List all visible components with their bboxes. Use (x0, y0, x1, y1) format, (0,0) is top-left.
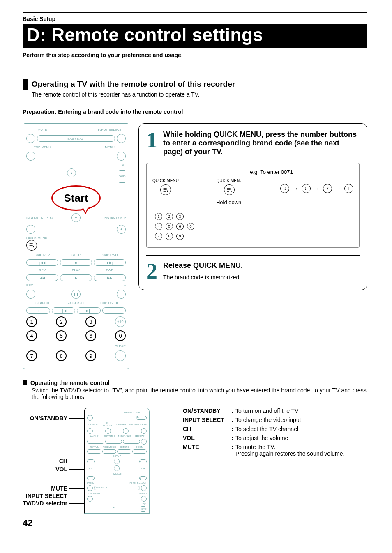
dvd-slot-icon (119, 182, 125, 183)
title-bar: D: Remote control settings (23, 24, 367, 48)
orc-desc: Switch the TV/DVD selector to "TV", and … (32, 387, 367, 400)
number-pad-small: 123 4560 789 (155, 213, 353, 240)
lbl-selector: TV/DVD selector (23, 500, 67, 507)
seq-1: 1 (344, 184, 353, 193)
play-label: PLAY (60, 268, 92, 272)
num-4-button: 4 (26, 330, 37, 341)
preparation-heading: Preparation: Entering a brand code into … (23, 108, 367, 115)
num-1-button: 1 (26, 316, 37, 327)
star-icon: ★ (117, 225, 126, 234)
up-arrow-icon: ▲ (67, 168, 76, 177)
clear-button (115, 350, 126, 361)
def-body-standby: To turn on and off the TV (235, 408, 367, 414)
seq-0b: 0 (302, 184, 311, 193)
remote-mute-label: MUTE (26, 128, 58, 131)
def-term-ch: CH (183, 426, 231, 432)
num-3-button: 3 (85, 316, 96, 327)
lbl-vol: VOL (55, 466, 67, 472)
rev-button: ◀◀ (26, 274, 58, 281)
num-2-button: 2 (56, 316, 67, 327)
num-7-button: 7 (26, 350, 37, 361)
lbl-mute: MUTE (51, 485, 67, 492)
standby-icon (87, 415, 93, 421)
skip-rev-button: |◀◀ (26, 259, 58, 266)
quick-menu-caption-2: QUICK MENU (216, 178, 242, 183)
play-button: ▶ (60, 274, 92, 281)
mini-remote-diagram: OPEN/CLOSE ⦿ DISPLAYPL SELECTDIMMERPROGR… (84, 408, 150, 514)
dvd-label: DVD (119, 175, 126, 178)
skip-rev-label: SKIP REV (26, 253, 58, 257)
operating-desc: The remote control of this recorder has … (32, 91, 367, 98)
steps-box: 1 While holding QUICK MENU, press the nu… (138, 123, 367, 290)
num-8-button: 8 (56, 350, 67, 361)
hold-down-text: Hold down. (216, 199, 243, 205)
instant-replay-label: INSTANT REPLAY (26, 216, 70, 220)
quick-menu-caption-1: QUICK MENU (152, 178, 179, 183)
def-term-vol: VOL (183, 435, 231, 441)
num-5-button: 5 (56, 330, 67, 341)
adjust-rev-button: ❚◀ (52, 307, 76, 314)
open-close-icon: ⦿ (136, 416, 147, 420)
section-label: Basic Setup (23, 16, 367, 22)
arrow-icon: → (335, 185, 341, 192)
quick-menu-icon-2 (224, 184, 235, 195)
heading-bar (23, 79, 28, 90)
step-1-number: 1 (146, 130, 157, 156)
remote-input-select-label: INPUT SELECT (94, 128, 126, 131)
search-t-button: T (26, 307, 50, 314)
eg-label: e.g. To enter 0071 (189, 169, 353, 175)
input-select-button-icon (117, 134, 126, 143)
orc-heading: Operating the remote control (30, 380, 110, 386)
def-body-ch: To select the TV channel (235, 426, 367, 432)
fwd-label: FWD (94, 268, 126, 272)
easy-navi-button: EASY NAVI (37, 135, 115, 142)
quick-menu-icon (26, 240, 37, 251)
arrow-icon: → (314, 185, 320, 192)
num-0-button: 0 (115, 330, 126, 341)
num-9-button: 9 (85, 350, 96, 361)
open-button-icon (117, 290, 126, 299)
menu-button-icon (117, 152, 126, 161)
seq-0a: 0 (280, 184, 289, 193)
stop-button: ■ (60, 259, 92, 266)
step-2-title: Release QUICK MENU. (163, 261, 360, 270)
setup-icon (114, 459, 120, 464)
adjust-fwd-button: ▶❚ (77, 307, 101, 314)
step-1-title: While holding QUICK MENU, press the numb… (163, 130, 360, 156)
def-body-vol: To adjust the volume (235, 435, 367, 441)
rec-button-icon (26, 290, 35, 299)
skip-fwd-button: ▶▶| (94, 259, 126, 266)
def-term-input: INPUT SELECT (183, 417, 231, 423)
num-plus10-button: +10 (115, 316, 126, 327)
tv-slot-icon (119, 170, 125, 171)
start-text: Start (64, 192, 88, 205)
tv-label: TV (120, 163, 124, 167)
def-body-mute-1: To mute the TV. (235, 444, 367, 450)
stop-label: STOP (60, 253, 92, 257)
step-1-example-box: e.g. To enter 0071 QUICK MENU QUICK MENU (146, 163, 360, 248)
remote-top-menu-label: TOP MENU (26, 145, 58, 149)
def-term-mute: MUTE (183, 444, 231, 457)
remote-menu-label: MENU (94, 145, 126, 149)
seq-7: 7 (323, 184, 332, 193)
lbl-ch: CH (59, 458, 67, 464)
square-bullet-icon (23, 380, 27, 385)
def-body-mute-2: Pressing again restores the sound volume… (235, 450, 367, 457)
mute-button-icon (26, 134, 35, 143)
instant-replay-button-icon (26, 225, 35, 234)
fwd-button: ▶▶ (94, 274, 126, 281)
chp-divide-label: CHP DIVIDE (94, 301, 126, 305)
step-2-number: 2 (146, 261, 157, 281)
page-title: D: Remote control settings (27, 25, 363, 45)
top-menu-button-icon (26, 152, 35, 161)
clear-label: CLEAR (77, 344, 126, 348)
lbl-on-standby: ON/STANDBY (30, 415, 67, 422)
timeslip-icon (114, 465, 120, 471)
def-term-standby: ON/STANDBY (183, 408, 231, 414)
start-callout: Start (51, 185, 101, 211)
subtitle: Perform this step according to your pref… (23, 52, 367, 58)
search-label: SEARCH (26, 301, 58, 305)
quick-menu-label: QUICK MENU (26, 236, 47, 240)
quick-menu-icon-1 (160, 184, 171, 195)
step-divider (146, 255, 360, 256)
